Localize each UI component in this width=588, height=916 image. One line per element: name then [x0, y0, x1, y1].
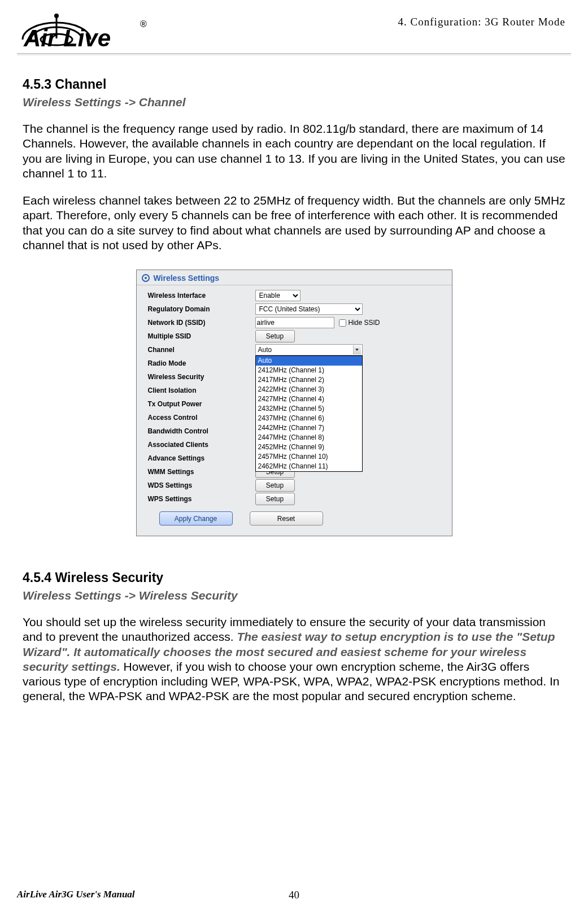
channel-option[interactable]: 2432MHz (Channel 5): [256, 404, 362, 414]
channel-select-value: Auto: [258, 346, 272, 354]
wds-setup-button[interactable]: Setup: [255, 479, 295, 492]
label-advance-settings: Advance Settings: [148, 454, 255, 462]
label-wds-settings: WDS Settings: [148, 481, 255, 489]
label-client-isolation: Client Isolation: [148, 387, 255, 394]
label-wps-settings: WPS Settings: [148, 495, 255, 503]
label-associated-clients: Associated Clients: [148, 441, 255, 449]
channel-option[interactable]: 2442MHz (Channel 7): [256, 423, 362, 433]
section-heading-wireless-security: 4.5.4 Wireless Security: [23, 570, 565, 585]
apply-change-button[interactable]: Apply Change: [159, 511, 233, 526]
chevron-down-icon: [353, 345, 361, 354]
regulatory-domain-select[interactable]: FCC (United States): [255, 303, 363, 315]
channel-option[interactable]: 2447MHz (Channel 8): [256, 433, 362, 442]
label-wireless-interface: Wireless Interface: [148, 292, 255, 299]
breadcrumb-channel: Wireless Settings -> Channel: [23, 95, 565, 109]
channel-option[interactable]: 2427MHz (Channel 4): [256, 394, 362, 404]
channel-option[interactable]: 2422MHz (Channel 3): [256, 385, 362, 394]
channel-listbox[interactable]: Auto 2412MHz (Channel 1) 2417MHz (Channe…: [255, 355, 363, 472]
wireless-settings-panel: Wireless Settings Wireless Interface Ena…: [136, 270, 452, 536]
reset-button[interactable]: Reset: [250, 511, 323, 526]
label-tx-output-power: Tx Output Power: [148, 400, 255, 408]
channel-option[interactable]: 2462MHz (Channel 11): [256, 462, 362, 471]
label-wireless-security: Wireless Security: [148, 373, 255, 381]
hide-ssid-checkbox[interactable]: [339, 319, 346, 327]
hide-ssid-label[interactable]: Hide SSID: [339, 319, 380, 327]
channel-option[interactable]: Auto: [256, 356, 362, 366]
channel-select[interactable]: Auto: [255, 344, 363, 355]
wireless-interface-select[interactable]: Enable: [255, 290, 300, 301]
channel-option[interactable]: 2412MHz (Channel 1): [256, 366, 362, 375]
label-multiple-ssid: Multiple SSID: [148, 332, 255, 340]
channel-option[interactable]: 2417MHz (Channel 2): [256, 375, 362, 385]
paragraph: You should set up the wireless security …: [23, 615, 565, 704]
panel-title: Wireless Settings: [154, 274, 220, 283]
footer-manual-title: AirLive Air3G User's Manual: [17, 889, 135, 900]
channel-option[interactable]: 2457MHz (Channel 10): [256, 452, 362, 462]
label-access-control: Access Control: [148, 414, 255, 422]
paragraph: The channel is the frequency range used …: [23, 121, 565, 181]
label-regulatory-domain: Regulatory Domain: [148, 305, 255, 313]
label-bandwidth-control: Bandwidth Control: [148, 427, 255, 435]
section-heading-channel: 4.5.3 Channel: [23, 77, 565, 92]
gear-icon: [141, 274, 150, 283]
label-wmm-settings: WMM Settings: [148, 468, 255, 476]
label-channel: Channel: [148, 346, 255, 354]
wps-setup-button[interactable]: Setup: [255, 493, 295, 505]
svg-text:®: ®: [140, 19, 147, 29]
breadcrumb-wireless-security: Wireless Settings -> Wireless Security: [23, 589, 565, 602]
svg-text:Air Live: Air Live: [23, 25, 111, 51]
svg-point-6: [145, 277, 147, 279]
channel-option[interactable]: 2437MHz (Channel 6): [256, 414, 362, 423]
channel-option[interactable]: 2452MHz (Channel 9): [256, 442, 362, 452]
ssid-input[interactable]: [255, 317, 334, 328]
brand-logo: Air Live ®: [17, 11, 192, 51]
paragraph: Each wireless channel takes between 22 t…: [23, 193, 565, 253]
svg-point-2: [54, 14, 59, 18]
chapter-label: 4. Configuration: 3G Router Mode: [398, 11, 571, 28]
hide-ssid-text: Hide SSID: [349, 319, 380, 327]
multiple-ssid-setup-button[interactable]: Setup: [255, 330, 295, 342]
page-number: 40: [289, 889, 299, 901]
label-network-id: Network ID (SSID): [148, 319, 255, 327]
label-radio-mode: Radio Mode: [148, 359, 255, 367]
